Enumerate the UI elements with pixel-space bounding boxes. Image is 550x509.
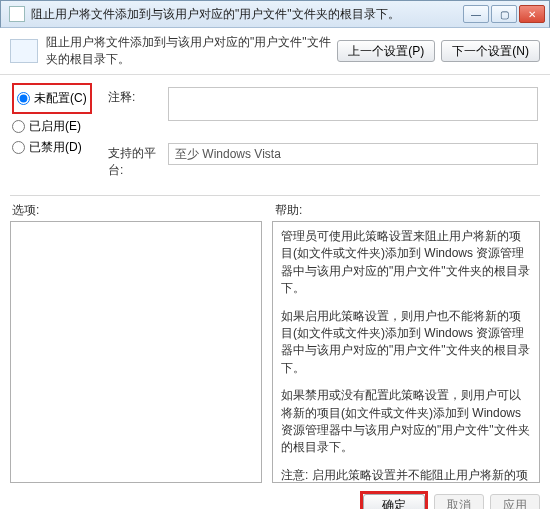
divider: [10, 195, 540, 196]
comment-label: 注释:: [108, 87, 168, 106]
platform-value: 至少 Windows Vista: [168, 143, 538, 165]
minimize-button[interactable]: —: [463, 5, 489, 23]
radio-group: 未配置(C) 已启用(E) 已禁用(D): [12, 83, 92, 189]
apply-button[interactable]: 应用: [490, 494, 540, 509]
config-block: 未配置(C) 已启用(E) 已禁用(D) 注释: 支持的平台: 至少 Windo…: [0, 75, 550, 193]
platform-row: 支持的平台: 至少 Windows Vista: [108, 143, 538, 179]
options-pane[interactable]: [10, 221, 262, 483]
policy-icon: [10, 39, 38, 63]
maximize-button[interactable]: ▢: [491, 5, 517, 23]
comment-textarea[interactable]: [168, 87, 538, 121]
radio-enabled-input[interactable]: [12, 120, 25, 133]
window-title: 阻止用户将文件添加到与该用户对应的"用户文件"文件夹的根目录下。: [31, 6, 463, 23]
highlight-not-configured: 未配置(C): [12, 83, 92, 114]
help-p4: 注意: 启用此策略设置并不能阻止用户将新的项目(如文件和文件夹)添加到 %use…: [281, 467, 531, 483]
platform-label: 支持的平台:: [108, 143, 168, 179]
radio-disabled[interactable]: 已禁用(D): [12, 139, 92, 156]
policy-description: 阻止用户将文件添加到与该用户对应的"用户文件"文件夹的根目录下。: [46, 34, 331, 68]
help-p1: 管理员可使用此策略设置来阻止用户将新的项目(如文件或文件夹)添加到 Window…: [281, 228, 531, 298]
titlebar: 阻止用户将文件添加到与该用户对应的"用户文件"文件夹的根目录下。 — ▢ ✕: [0, 0, 550, 28]
cancel-button[interactable]: 取消: [434, 494, 484, 509]
radio-disabled-input[interactable]: [12, 141, 25, 154]
help-header: 帮助:: [275, 202, 538, 219]
help-pane[interactable]: 管理员可使用此策略设置来阻止用户将新的项目(如文件或文件夹)添加到 Window…: [272, 221, 540, 483]
header-row: 阻止用户将文件添加到与该用户对应的"用户文件"文件夹的根目录下。 上一个设置(P…: [0, 28, 550, 75]
highlight-ok: 确定: [360, 491, 428, 509]
comment-row: 注释:: [108, 87, 538, 121]
window-controls: — ▢ ✕: [463, 5, 545, 23]
next-setting-button[interactable]: 下一个设置(N): [441, 40, 540, 62]
ok-button[interactable]: 确定: [363, 494, 425, 509]
footer: 确定 取消 应用: [0, 483, 550, 509]
help-p3: 如果禁用或没有配置此策略设置，则用户可以将新的项目(如文件或文件夹)添加到 Wi…: [281, 387, 531, 457]
close-button[interactable]: ✕: [519, 5, 545, 23]
right-column: 注释: 支持的平台: 至少 Windows Vista: [108, 83, 538, 189]
pane-headers: 选项: 帮助:: [0, 198, 550, 221]
radio-disabled-label: 已禁用(D): [29, 139, 82, 156]
panes: 管理员可使用此策略设置来阻止用户将新的项目(如文件或文件夹)添加到 Window…: [0, 221, 550, 483]
help-p2: 如果启用此策略设置，则用户也不能将新的项目(如文件或文件夹)添加到 Window…: [281, 308, 531, 378]
options-header: 选项:: [12, 202, 275, 219]
radio-not-configured-input[interactable]: [17, 92, 30, 105]
radio-not-configured-label: 未配置(C): [34, 90, 87, 107]
radio-not-configured[interactable]: 未配置(C): [17, 90, 87, 107]
gpo-icon: [9, 6, 25, 22]
radio-enabled-label: 已启用(E): [29, 118, 81, 135]
radio-enabled[interactable]: 已启用(E): [12, 118, 92, 135]
previous-setting-button[interactable]: 上一个设置(P): [337, 40, 435, 62]
